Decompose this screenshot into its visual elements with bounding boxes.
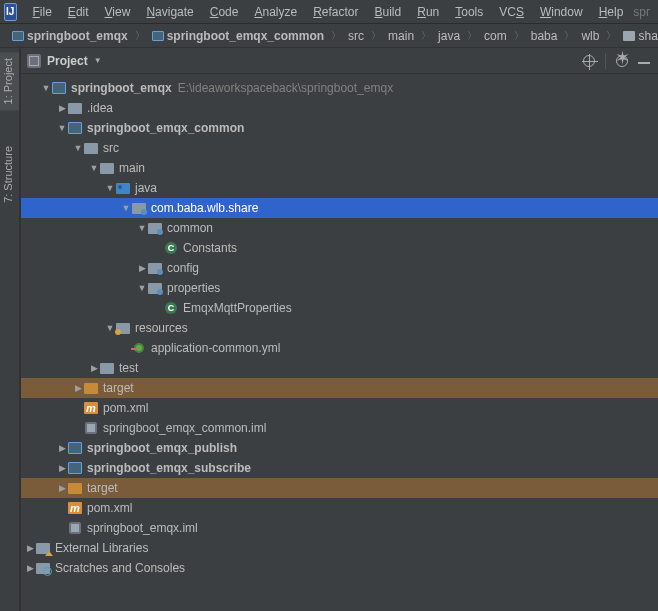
chevron-down-icon[interactable]: ▼: [94, 56, 102, 65]
collapse-arrow-icon[interactable]: [137, 223, 147, 233]
expand-arrow-icon[interactable]: [137, 263, 147, 273]
expand-arrow-icon[interactable]: [57, 483, 67, 493]
tree-row-pom-xml[interactable]: mpom.xml: [21, 398, 658, 418]
tree-row-scratches-and-consoles[interactable]: Scratches and Consoles: [21, 558, 658, 578]
tree-row-java[interactable]: java: [21, 178, 658, 198]
collapse-arrow-icon[interactable]: [105, 323, 115, 333]
tree-row-pom-xml[interactable]: mpom.xml: [21, 498, 658, 518]
folder-icon: [623, 31, 635, 41]
locate-icon[interactable]: [581, 53, 597, 69]
tree-label: springboot_emqx_common.iml: [103, 421, 266, 435]
collapse-arrow-icon[interactable]: [137, 283, 147, 293]
tree-row-constants[interactable]: CConstants: [21, 238, 658, 258]
module-icon: [51, 82, 67, 94]
breadcrumb-src[interactable]: src: [344, 27, 368, 45]
tree-row-external-libraries[interactable]: External Libraries: [21, 538, 658, 558]
menu-refactor[interactable]: Refactor: [307, 3, 364, 21]
tree-row--idea[interactable]: .idea: [21, 98, 658, 118]
tree-row-properties[interactable]: properties: [21, 278, 658, 298]
tree-row-com-baba-wlb-share[interactable]: com.baba.wlb.share: [21, 198, 658, 218]
sidetab-project[interactable]: 1: Project: [0, 52, 19, 110]
expand-arrow-icon[interactable]: [73, 383, 83, 393]
expand-arrow-icon[interactable]: [89, 363, 99, 373]
tree-label: common: [167, 221, 213, 235]
tree-row-emqxmqttproperties[interactable]: CEmqxMqttProperties: [21, 298, 658, 318]
collapse-arrow-icon[interactable]: [105, 183, 115, 193]
tree-row-springboot-emqx-iml[interactable]: springboot_emqx.iml: [21, 518, 658, 538]
breadcrumb-baba[interactable]: baba: [527, 27, 562, 45]
collapse-arrow-icon[interactable]: [57, 123, 67, 133]
tree-label: java: [135, 181, 157, 195]
tree-row-common[interactable]: common: [21, 218, 658, 238]
menu-run[interactable]: Run: [411, 3, 445, 21]
maven-file-icon: m: [83, 402, 99, 414]
menu-window[interactable]: Window: [534, 3, 589, 21]
tree-label: .idea: [87, 101, 113, 115]
tree-label: EmqxMqttProperties: [183, 301, 292, 315]
project-tree[interactable]: springboot_emqxE:\ideaworkspaceback\spri…: [21, 74, 658, 611]
tree-row-resources[interactable]: resources: [21, 318, 658, 338]
tree-label: Constants: [183, 241, 237, 255]
tree-row-target[interactable]: target: [21, 378, 658, 398]
app-logo-icon: IJ: [4, 3, 17, 21]
minimise-icon[interactable]: [636, 53, 652, 69]
breadcrumb-com[interactable]: com: [480, 27, 511, 45]
tree-row-target[interactable]: target: [21, 478, 658, 498]
menu-view[interactable]: View: [99, 3, 137, 21]
collapse-arrow-icon[interactable]: [121, 203, 131, 213]
sidetab-structure[interactable]: 7: Structure: [0, 140, 19, 209]
scratches-icon: [35, 563, 51, 574]
yaml-file-icon: [131, 343, 147, 353]
breadcrumb-springboot-emqx-common[interactable]: springboot_emqx_common: [148, 27, 328, 45]
tree-row-main[interactable]: main: [21, 158, 658, 178]
tree-label: target: [103, 381, 134, 395]
tree-row-springboot-emqx-common-iml[interactable]: springboot_emqx_common.iml: [21, 418, 658, 438]
tree-path: E:\ideaworkspaceback\springboot_emqx: [178, 81, 393, 95]
tree-row-springboot-emqx-subscribe[interactable]: springboot_emqx_subscribe: [21, 458, 658, 478]
tree-label: springboot_emqx.iml: [87, 521, 198, 535]
tree-row-test[interactable]: test: [21, 358, 658, 378]
tree-row-config[interactable]: config: [21, 258, 658, 278]
breadcrumb-wlb[interactable]: wlb: [577, 27, 603, 45]
tree-row-src[interactable]: src: [21, 138, 658, 158]
menu-build[interactable]: Build: [369, 3, 408, 21]
expand-arrow-icon[interactable]: [57, 463, 67, 473]
breadcrumb-share[interactable]: share: [619, 27, 658, 45]
expand-arrow-icon[interactable]: [25, 563, 35, 573]
tree-label: application-common.yml: [151, 341, 280, 355]
breadcrumb-springboot-emqx[interactable]: springboot_emqx: [8, 27, 132, 45]
breadcrumb-java[interactable]: java: [434, 27, 464, 45]
tree-label: properties: [167, 281, 220, 295]
expand-arrow-icon[interactable]: [25, 543, 35, 553]
menu-tools[interactable]: Tools: [449, 3, 489, 21]
menu-navigate[interactable]: Navigate: [140, 3, 199, 21]
collapse-arrow-icon[interactable]: [73, 143, 83, 153]
project-tool-window: Project ▼ springboot_emqxE:\ideaworkspac…: [20, 48, 658, 611]
menu-edit[interactable]: Edit: [62, 3, 95, 21]
package-icon: [147, 223, 163, 234]
project-view-title[interactable]: Project: [47, 54, 88, 68]
tool-window-tabs: 1: Project 7: Structure: [0, 48, 20, 611]
class-icon: C: [163, 302, 179, 314]
tree-row-springboot-emqx-common[interactable]: springboot_emqx_common: [21, 118, 658, 138]
gear-icon[interactable]: [614, 53, 630, 69]
module-icon: [67, 462, 83, 474]
menu-file[interactable]: File: [27, 3, 58, 21]
menu-code[interactable]: Code: [204, 3, 245, 21]
menu-vcs[interactable]: VCS: [493, 3, 530, 21]
menu-help[interactable]: Help: [593, 3, 630, 21]
expand-arrow-icon[interactable]: [57, 103, 67, 113]
tree-label: springboot_emqx_publish: [87, 441, 237, 455]
breadcrumb-separator: 〉: [466, 29, 478, 43]
module-icon: [12, 31, 24, 41]
collapse-arrow-icon[interactable]: [89, 163, 99, 173]
tree-row-application-common-yml[interactable]: application-common.yml: [21, 338, 658, 358]
breadcrumb-main[interactable]: main: [384, 27, 418, 45]
module-icon: [152, 31, 164, 41]
tree-row-springboot-emqx-publish[interactable]: springboot_emqx_publish: [21, 438, 658, 458]
collapse-arrow-icon[interactable]: [41, 83, 51, 93]
breadcrumb-separator: 〉: [513, 29, 525, 43]
menu-analyze[interactable]: Analyze: [248, 3, 303, 21]
tree-row-springboot-emqx[interactable]: springboot_emqxE:\ideaworkspaceback\spri…: [21, 78, 658, 98]
expand-arrow-icon[interactable]: [57, 443, 67, 453]
